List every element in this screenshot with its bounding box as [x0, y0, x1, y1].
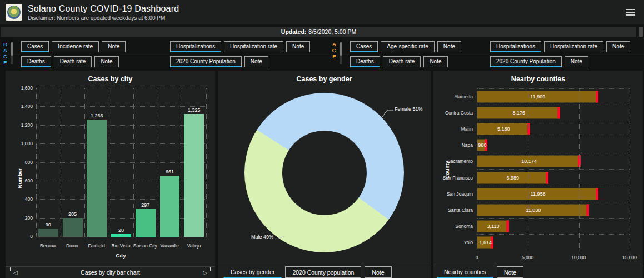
carousel-strip: ◁ Cases by city bar chart ▷: [6, 266, 215, 278]
y-tick-label: Marin: [461, 126, 473, 132]
tab-note[interactable]: Note: [244, 56, 268, 67]
bar-vacaville[interactable]: [160, 176, 180, 237]
bar-yolo[interactable]: 1,614: [477, 236, 493, 248]
tab-cases[interactable]: Cases: [350, 41, 378, 52]
county-row: Contra Costa8,176: [477, 105, 630, 121]
donut-hole: [282, 130, 366, 215]
tab-hospitalizations[interactable]: Hospitalizations: [490, 41, 541, 52]
tab-note[interactable]: Note: [102, 41, 126, 52]
tab-hospitalization-rate[interactable]: Hospitalization rate: [544, 41, 603, 52]
bar-rio-vista[interactable]: [111, 234, 131, 237]
x-axis-title: City: [36, 252, 206, 259]
bar-alameda[interactable]: 11,909: [477, 91, 598, 103]
donut-chart: Female 51% Male 49%: [218, 84, 431, 266]
bar-napa[interactable]: 980: [477, 140, 487, 151]
y-tick-label: Santa Clara: [448, 207, 473, 213]
bar-slot: 1,325: [182, 88, 206, 237]
y-tick-label: 1,200: [21, 122, 33, 128]
scrollbar-thumb[interactable]: [639, 27, 643, 37]
tab-note[interactable]: Note: [606, 41, 630, 52]
bar-slot: 661: [158, 88, 182, 237]
tab-death-rate[interactable]: Death rate: [383, 56, 421, 67]
tab-hospitalization-rate[interactable]: Hospitalization rate: [224, 41, 283, 52]
x-tick-label: Fairfield: [84, 243, 109, 249]
hamburger-menu-icon[interactable]: [626, 7, 635, 17]
chart-title: Cases by gender: [218, 71, 431, 84]
y-tick-label: Sacramento: [447, 158, 473, 164]
disclaimer-text: Disclaimer: Numbers are updated weekdays…: [28, 15, 179, 21]
tab-2020-county-population[interactable]: 2020 County population: [285, 266, 361, 278]
x-tick-label: Vacaville: [157, 243, 182, 249]
bar-suisun-city[interactable]: [136, 209, 156, 237]
panel-cases-by-gender: Cases by gender Female 51% Male 49% Case…: [218, 71, 431, 278]
tab-row: CasesIncidence rateNote: [13, 39, 162, 54]
tab-group-race-hospitalizations: HospitalizationsHospitalization rateNote…: [162, 39, 329, 68]
main-charts-row: Cases by city 02004006008001,0001,2001,4…: [6, 71, 643, 278]
bar-san-francisco[interactable]: 6,989: [477, 172, 548, 183]
tab-hospitalizations[interactable]: Hospitalizations: [170, 41, 221, 52]
bar-vallejo[interactable]: [184, 114, 204, 237]
tab-incidence-rate[interactable]: Incidence rate: [52, 41, 99, 52]
bar-marin[interactable]: 5,180: [477, 123, 530, 135]
x-tick-labels: BeniciaDixonFairfieldRio VistaSuisun Cit…: [36, 243, 206, 249]
tab-group-race-cases: CasesIncidence rateNoteDeathsDeath rateN…: [13, 39, 162, 68]
county-row: San Joaquin11,958: [477, 186, 630, 202]
tab-row: 2020 County PopulationNote: [162, 54, 329, 69]
bar-fairfield[interactable]: [87, 120, 107, 237]
donut-ring[interactable]: [244, 93, 404, 252]
y-tick-label: Alameda: [454, 94, 473, 100]
race-accordion-label[interactable]: RACE: [2, 41, 9, 66]
slice-label-male: Male 49%: [251, 234, 273, 240]
age-accordion-strip[interactable]: AGE: [329, 39, 342, 68]
bar-benicia[interactable]: [38, 229, 58, 237]
bar-santa-clara[interactable]: 11,030: [477, 204, 589, 216]
tab-deaths[interactable]: Deaths: [21, 56, 51, 67]
county-row: Napa980: [477, 137, 630, 153]
tab-2020-county-population[interactable]: 2020 County Population: [170, 56, 242, 67]
tab-nearby-counties[interactable]: Nearby counties: [437, 266, 493, 278]
bar-san-joaquin[interactable]: 11,958: [477, 188, 598, 200]
gridline: [579, 88, 580, 250]
race-accordion-strip[interactable]: RACE: [0, 39, 13, 68]
tab-note[interactable]: Note: [94, 56, 118, 67]
hbar-chart: Alameda11,909Contra Costa8,176Marin5,180…: [477, 86, 630, 266]
gridline: [528, 88, 528, 250]
tab-death-rate[interactable]: Death rate: [54, 56, 92, 67]
slice-label-female: Female 51%: [395, 106, 423, 112]
bar-value-label: 5,180: [477, 123, 530, 135]
bar-slot: 28: [109, 88, 133, 237]
age-accordion-label[interactable]: AGE: [331, 41, 338, 66]
updated-value: 8/5/2020, 5:00 PM: [308, 28, 356, 35]
tab-cases[interactable]: Cases: [21, 41, 49, 52]
y-tick-label: 1,600: [21, 85, 33, 91]
tab-note[interactable]: Note: [497, 266, 523, 278]
tab-note[interactable]: Note: [365, 266, 391, 278]
tab-cases-by-gender[interactable]: Cases by gender: [223, 266, 282, 278]
county-row: Santa Clara11,030: [477, 202, 630, 218]
carousel-caption: Cases by city bar chart: [26, 269, 196, 276]
bar-value-label: 3,113: [477, 220, 509, 232]
tab-note[interactable]: Note: [423, 56, 447, 67]
tab-row: DeathsDeath rateNote: [342, 54, 482, 69]
gridline: [630, 88, 630, 250]
bar-contra-costa[interactable]: 8,176: [477, 107, 560, 119]
tab-note[interactable]: Note: [286, 41, 310, 52]
bar-dixon[interactable]: [63, 218, 83, 237]
county-row: Yolo1,614: [477, 234, 630, 250]
y-tick-label: Contra Costa: [445, 110, 473, 116]
y-tick-label: 600: [25, 178, 33, 183]
app-header: Solano County COVID-19 Dashboard Disclai…: [0, 0, 644, 24]
tab-row: CasesAge-specific rateNote: [342, 39, 482, 54]
bar-sacramento[interactable]: 10,174: [477, 156, 581, 167]
tab-deaths[interactable]: Deaths: [350, 56, 380, 67]
panel-tab-bar: Cases by gender2020 County populationNot…: [218, 266, 431, 278]
county-row: Alameda11,909: [477, 88, 630, 105]
bar-sonoma[interactable]: 3,113: [477, 220, 509, 232]
tab-note[interactable]: Note: [437, 41, 461, 52]
y-axis-title: County: [444, 161, 450, 179]
x-tick-label: Rio Vista: [109, 243, 133, 249]
tab-row: DeathsDeath rateNote: [13, 54, 162, 69]
tab-2020-county-population[interactable]: 2020 County Population: [490, 56, 562, 67]
tab-note[interactable]: Note: [565, 56, 588, 67]
tab-age-specific-rate[interactable]: Age-specific rate: [381, 41, 434, 52]
